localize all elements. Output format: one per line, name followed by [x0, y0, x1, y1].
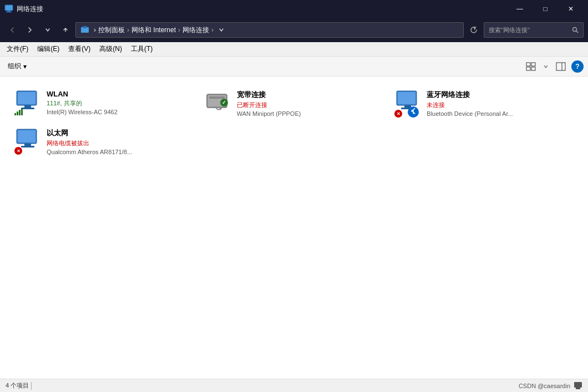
svg-rect-4 [83, 26, 87, 28]
menu-file[interactable]: 文件(F) [2, 43, 33, 55]
svg-rect-30 [576, 388, 580, 389]
organize-button[interactable]: 组织 ▾ [4, 60, 30, 73]
wlan-name: WLAN [47, 90, 118, 98]
bluetooth-device: Bluetooth Device (Personal Ar... [427, 110, 513, 117]
help-icon: ? [575, 63, 579, 70]
branding-text: CSDN @caesardin [519, 383, 570, 389]
wlan-info: WLAN 111#, 共享的 Intel(R) Wireless-AC 9462 [47, 90, 118, 115]
refresh-button[interactable] [466, 22, 481, 38]
svg-rect-16 [21, 108, 34, 109]
bluetooth-info: 蓝牙网络连接 未连接 Bluetooth Device (Personal Ar… [427, 90, 513, 117]
svg-rect-15 [24, 105, 31, 108]
maximize-button[interactable]: □ [533, 0, 558, 18]
svg-rect-2 [6, 12, 12, 13]
red-x-badge-bluetooth: ✕ [394, 110, 402, 118]
svg-rect-9 [526, 67, 530, 70]
title-bar: 网络连接 — □ ✕ [0, 0, 588, 18]
ethernet-device: Qualcomm Atheros AR8171/8... [47, 149, 132, 155]
svg-rect-20 [209, 96, 225, 99]
svg-point-5 [573, 28, 577, 32]
help-button[interactable]: ? [571, 60, 584, 73]
view-grid-icon [526, 62, 536, 71]
wlan-status: 111#, 共享的 [47, 99, 118, 108]
svg-rect-14 [18, 92, 36, 104]
close-button[interactable]: ✕ [558, 0, 584, 18]
path-part-2: 网络和 Internet [131, 26, 176, 35]
broadband-icon-wrapper: ✓ [205, 90, 231, 116]
menu-tools[interactable]: 工具(T) [126, 43, 157, 55]
svg-rect-8 [531, 63, 535, 66]
signal-icon [14, 109, 23, 115]
ethernet-icon-wrapper: ✕ [14, 128, 41, 155]
bluetooth-badge [408, 106, 419, 118]
bluetooth-icon-wrapper: ✕ [394, 90, 421, 116]
preview-pane-button[interactable] [552, 59, 569, 74]
status-divider [31, 382, 32, 390]
branding-icon [574, 381, 582, 390]
item-count: 4 个项目 [6, 381, 29, 390]
svg-rect-1 [7, 11, 11, 12]
menu-bar: 文件(F) 编辑(E) 查看(V) 高级(N) 工具(T) [0, 42, 588, 57]
broadband-status: 已断开连接 [237, 101, 301, 109]
status-left: 4 个项目 [6, 381, 32, 390]
address-dropdown-button[interactable] [214, 22, 229, 38]
svg-rect-22 [398, 92, 415, 104]
svg-rect-7 [526, 63, 530, 66]
toolbar-right: ? [523, 59, 584, 74]
status-right: CSDN @caesardin [519, 381, 582, 390]
status-bar: 4 个项目 CSDN @caesardin [0, 379, 588, 392]
window-title: 网络连接 [17, 4, 507, 14]
svg-rect-26 [18, 130, 36, 142]
green-check-badge: ✓ [220, 99, 228, 106]
path-part-1: 控制面板 [98, 26, 125, 35]
connection-bluetooth[interactable]: ✕ 蓝牙网络连接 未连接 Bluetooth Device (Personal … [391, 85, 577, 121]
connection-broadband[interactable]: ✓ 宽带连接 已断开连接 WAN Miniport (PPPOE) [201, 85, 387, 121]
menu-edit[interactable]: 编辑(E) [33, 43, 64, 55]
menu-advanced[interactable]: 高级(N) [95, 43, 126, 55]
svg-rect-27 [24, 144, 31, 146]
broadband-name: 宽带连接 [237, 90, 301, 100]
content-area: WLAN 111#, 共享的 Intel(R) Wireless-AC 9462 [0, 77, 588, 379]
address-input[interactable]: › 控制面板 › 网络和 Internet › 网络连接 › [75, 22, 464, 38]
search-placeholder: 搜索"网络连接" [489, 26, 569, 34]
ethernet-name: 以太网 [47, 128, 132, 138]
view-dropdown-button[interactable] [541, 59, 550, 74]
broadband-device: WAN Miniport (PPPOE) [237, 110, 301, 117]
path-part-3: 网络连接 [183, 26, 209, 35]
organize-label: 组织 [8, 62, 21, 71]
minimize-button[interactable]: — [507, 0, 533, 18]
svg-rect-0 [5, 5, 13, 11]
organize-arrow: ▾ [23, 63, 27, 70]
pane-icon [556, 62, 566, 71]
toolbar: 组织 ▾ ? [0, 57, 588, 77]
ethernet-status: 网络电缆被拔出 [47, 139, 132, 147]
connection-ethernet[interactable]: ✕ 以太网 网络电缆被拔出 Qualcomm Atheros AR8171/8.… [11, 124, 197, 160]
svg-rect-10 [531, 67, 535, 70]
dropdown-button[interactable] [40, 22, 55, 38]
app-icon [4, 4, 13, 13]
ethernet-info: 以太网 网络电缆被拔出 Qualcomm Atheros AR8171/8... [47, 128, 132, 155]
svg-rect-11 [556, 63, 565, 70]
wlan-icon-wrapper [14, 90, 41, 116]
forward-button[interactable] [22, 22, 38, 38]
connection-wlan[interactable]: WLAN 111#, 共享的 Intel(R) Wireless-AC 9462 [11, 85, 197, 121]
svg-line-6 [576, 31, 578, 33]
svg-rect-28 [21, 146, 34, 147]
bluetooth-name: 蓝牙网络连接 [427, 90, 513, 100]
broadband-info: 宽带连接 已断开连接 WAN Miniport (PPPOE) [237, 90, 301, 117]
window-controls: — □ ✕ [507, 0, 584, 18]
wlan-device: Intel(R) Wireless-AC 9462 [47, 109, 118, 115]
search-box[interactable]: 搜索"网络连接" [484, 22, 584, 38]
search-icon [572, 27, 579, 33]
svg-rect-29 [574, 382, 582, 388]
back-button[interactable] [4, 22, 20, 38]
bluetooth-status: 未连接 [427, 101, 513, 109]
red-x-badge: ✕ [14, 147, 22, 155]
up-button[interactable] [58, 22, 73, 38]
address-bar: › 控制面板 › 网络和 Internet › 网络连接 › 搜索"网络连接" [0, 18, 588, 42]
menu-view[interactable]: 查看(V) [64, 43, 95, 55]
address-path: › 控制面板 › 网络和 Internet › 网络连接 › [80, 26, 214, 35]
connections-grid: WLAN 111#, 共享的 Intel(R) Wireless-AC 9462 [11, 85, 577, 160]
view-toggle-button[interactable] [523, 59, 539, 74]
